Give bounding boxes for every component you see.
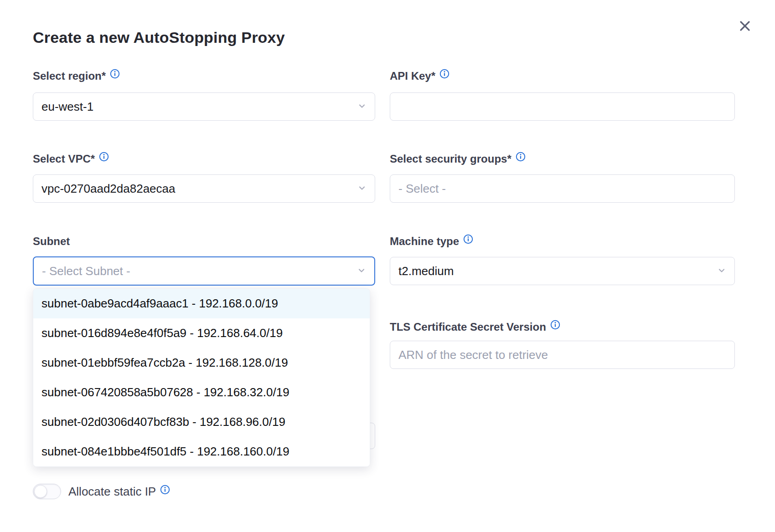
region-label: Select region* <box>33 69 106 83</box>
chevron-down-icon <box>357 264 366 278</box>
subnet-dropdown: subnet-0abe9acd4af9aaac1 - 192.168.0.0/1… <box>33 288 370 467</box>
region-label-row: Select region* <box>33 69 375 83</box>
security-groups-select[interactable]: - Select - <box>390 174 735 203</box>
create-autostopping-proxy-modal: Create a new AutoStopping Proxy Select r… <box>0 0 775 532</box>
subnet-label: Subnet <box>33 235 70 248</box>
subnet-placeholder: - Select Subnet - <box>42 264 130 278</box>
vpc-label-row: Select VPC* <box>33 152 375 166</box>
machine-type-label-row: Machine type <box>390 235 735 248</box>
machine-type-label: Machine type <box>390 235 459 248</box>
machine-type-info-icon[interactable] <box>463 234 473 247</box>
chevron-down-icon <box>357 100 367 114</box>
subnet-label-row: Subnet <box>33 235 375 248</box>
security-groups-info-icon[interactable] <box>516 151 526 165</box>
api-key-info-icon[interactable] <box>439 68 450 82</box>
api-key-label: API Key* <box>390 69 435 83</box>
static-ip-row: Allocate static IP <box>33 484 170 499</box>
vpc-select[interactable]: vpc-0270aad2da82aecaa <box>33 174 375 203</box>
static-ip-toggle[interactable] <box>33 484 61 499</box>
security-groups-placeholder: - Select - <box>398 182 446 196</box>
static-ip-label-row: Allocate static IP <box>68 485 170 499</box>
subnet-option[interactable]: subnet-0abe9acd4af9aaac1 - 192.168.0.0/1… <box>33 289 370 318</box>
tls-secret-info-icon[interactable] <box>550 319 560 333</box>
vpc-label: Select VPC* <box>33 152 95 166</box>
machine-type-value: t2.medium <box>398 264 454 278</box>
api-key-label-row: API Key* <box>390 69 735 83</box>
tls-secret-label-row: TLS Certificate Secret Version <box>390 320 735 334</box>
security-groups-label: Select security groups* <box>390 152 512 166</box>
subnet-option[interactable]: subnet-067420858a5b07628 - 192.168.32.0/… <box>33 378 370 407</box>
static-ip-label: Allocate static IP <box>68 485 156 499</box>
chevron-down-icon <box>717 264 726 278</box>
subnet-option[interactable]: subnet-02d0306d407bcf83b - 192.168.96.0/… <box>33 407 370 437</box>
subnet-option[interactable]: subnet-01ebbf59fea7ccb2a - 192.168.128.0… <box>33 348 370 378</box>
security-groups-label-row: Select security groups* <box>390 152 735 166</box>
toggle-knob <box>34 485 47 498</box>
vpc-info-icon[interactable] <box>99 151 109 165</box>
api-key-input[interactable] <box>390 92 735 121</box>
region-info-icon[interactable] <box>110 68 120 82</box>
close-icon <box>738 19 752 34</box>
subnet-option[interactable]: subnet-084e1bbbe4f501df5 - 192.168.160.0… <box>33 437 370 466</box>
machine-type-select[interactable]: t2.medium <box>390 257 735 285</box>
subnet-select[interactable]: - Select Subnet - <box>33 256 375 286</box>
tls-secret-label: TLS Certificate Secret Version <box>390 320 546 334</box>
tls-secret-input[interactable] <box>390 341 735 369</box>
close-button[interactable] <box>737 18 753 35</box>
region-value: eu-west-1 <box>41 100 93 114</box>
vpc-value: vpc-0270aad2da82aecaa <box>41 182 175 196</box>
region-select[interactable]: eu-west-1 <box>33 92 375 121</box>
page-title: Create a new AutoStopping Proxy <box>33 29 285 46</box>
chevron-down-icon <box>357 182 367 196</box>
static-ip-info-icon[interactable] <box>160 484 170 498</box>
subnet-option[interactable]: subnet-016d894e8e4f0f5a9 - 192.168.64.0/… <box>33 318 370 348</box>
